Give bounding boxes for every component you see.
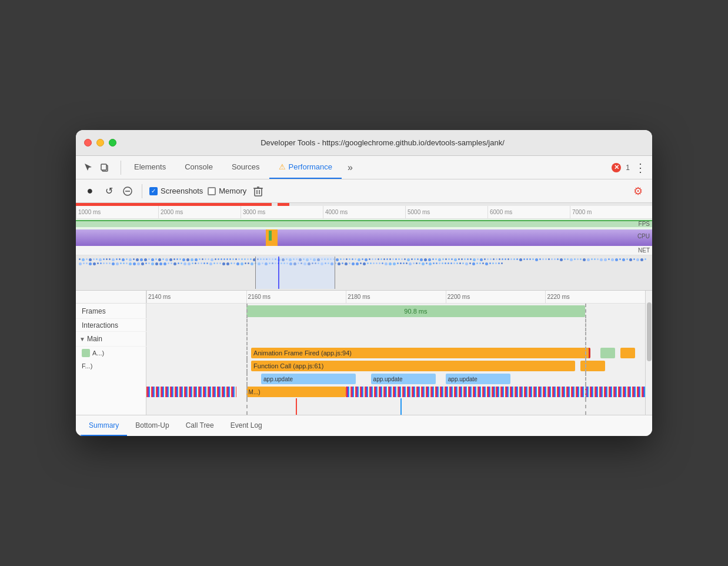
fps-bar: FPS [76, 219, 652, 229]
minimize-button[interactable] [96, 139, 104, 147]
tab-divider [121, 161, 121, 175]
tab-summary[interactable]: Summary [81, 415, 127, 436]
flame-row-vertical [76, 398, 645, 415]
flame-row-animation: A...) Animation Frame Fired (app.js:94) [76, 347, 645, 359]
frames-label: Frames [76, 304, 146, 318]
warning-icon: ⚠ [279, 162, 286, 171]
tab-bar-right: ✕ 1 ⋮ [612, 161, 646, 175]
main-scroll-area: 2140 ms 2160 ms 2180 ms 2200 ms 2220 ms … [76, 291, 652, 415]
green-block [82, 349, 90, 357]
flame-label-empty [76, 372, 146, 385]
flame-dashed-5 [246, 372, 248, 385]
tabs: Elements Console Sources ⚠ Performance » [125, 156, 612, 179]
mixed-bars-container: M...) [146, 387, 645, 397]
screenshot-strip[interactable] [76, 255, 652, 291]
cursor-icon[interactable] [82, 161, 95, 174]
flame-label-f: F...) [76, 359, 146, 372]
vertical-scrollbar[interactable] [645, 291, 652, 415]
more-menu-icon[interactable]: ⋮ [635, 161, 646, 175]
maximize-button[interactable] [109, 139, 116, 147]
flame-content-a: Animation Frame Fired (app.js:94) [146, 347, 645, 359]
overview-area: 1000 ms 2000 ms 3000 ms 4000 ms 5000 ms … [76, 203, 652, 291]
main-dashed-2 [585, 332, 586, 345]
tab-call-tree[interactable]: Call Tree [178, 415, 222, 436]
memory-checkbox[interactable] [208, 187, 216, 195]
tab-performance[interactable]: ⚠ Performance [269, 156, 342, 179]
devtools-content: 1000 ms 2000 ms 3000 ms 4000 ms 5000 ms … [76, 203, 652, 436]
flame-dashed-7 [246, 385, 248, 398]
settings-button[interactable]: ⚙ [631, 184, 645, 198]
frames-bar: 90.8 ms [246, 305, 586, 317]
frames-row: Frames 90.8 ms [76, 304, 645, 319]
error-icon: ✕ [612, 163, 621, 172]
flame-dashed-8 [585, 385, 586, 398]
net-bar: NET [76, 246, 652, 255]
svg-rect-1 [101, 164, 106, 170]
tab-bottom-up[interactable]: Bottom-Up [127, 415, 177, 436]
close-button[interactable] [84, 139, 92, 147]
tab-sources[interactable]: Sources [222, 156, 269, 179]
flame-dashed-2 [585, 347, 586, 359]
animation-frame-block[interactable]: Animation Frame Fired (app.js:94) [251, 348, 590, 358]
scrollbar-thumb[interactable] [647, 302, 652, 361]
flame-dashed-4 [585, 359, 586, 372]
function-call-block[interactable]: Function Call (app.js:61) [251, 361, 575, 371]
detail-tick-2180: 2180 ms [346, 291, 446, 303]
screenshots-checkbox[interactable]: ✓ [149, 187, 158, 195]
app-update-2[interactable]: app.update [371, 374, 436, 384]
tick-5000: 5000 ms [405, 206, 487, 218]
interactions-label: Interactions [76, 319, 146, 331]
collapse-triangle[interactable]: ▼ [79, 336, 85, 342]
reload-button[interactable]: ↺ [102, 184, 116, 198]
flame-row-appupdate: app.update app.update app.update [76, 372, 645, 385]
flame-label-mixed [76, 385, 146, 398]
dashed-line-4 [585, 319, 586, 331]
dashed-line-3 [246, 319, 248, 331]
tick-6000: 6000 ms [487, 206, 570, 218]
main-text: Main [87, 335, 102, 343]
title-bar: Developer Tools - https://googlechrome.g… [76, 130, 652, 156]
screenshots-toggle[interactable]: ✓ Screenshots [149, 187, 203, 195]
window-title: Developer Tools - https://googlechrome.g… [121, 138, 644, 147]
detail-ruler: 2140 ms 2160 ms 2180 ms 2200 ms 2220 ms [76, 291, 645, 304]
flame-content-f: Function Call (app.js:61) [146, 359, 645, 372]
main-content: 2140 ms 2160 ms 2180 ms 2200 ms 2220 ms … [76, 291, 645, 415]
interactions-content [146, 319, 645, 331]
flame-dashed-3 [246, 359, 248, 372]
fps-label: FPS [639, 221, 650, 227]
svg-rect-4 [255, 188, 262, 196]
app-update-3[interactable]: app.update [446, 374, 510, 384]
detail-tick-2160: 2160 ms [246, 291, 346, 303]
devtools-window: Developer Tools - https://googlechrome.g… [76, 130, 652, 436]
tab-more[interactable]: » [342, 162, 359, 173]
tick-3000: 3000 ms [241, 206, 323, 218]
selection-highlight [255, 257, 336, 289]
tab-event-log[interactable]: Event Log [222, 415, 271, 436]
flame-dashed-1 [246, 347, 248, 359]
task-line-2 [400, 398, 402, 415]
record-button[interactable]: ● [83, 184, 97, 198]
tab-elements[interactable]: Elements [125, 156, 175, 179]
toolbar: ● ↺ ✓ Screenshots Memory [76, 179, 652, 203]
dashed-line-2 [585, 304, 586, 318]
toolbar-divider [142, 184, 142, 198]
dots-area [78, 258, 650, 265]
tab-bar-icons [82, 161, 111, 174]
detail-tick-2140: 2140 ms [146, 291, 246, 303]
small-green-block [600, 348, 615, 358]
tab-console[interactable]: Console [175, 156, 222, 179]
time-ruler: 1000 ms 2000 ms 3000 ms 4000 ms 5000 ms … [76, 206, 652, 219]
error-count: 1 [626, 164, 630, 172]
clear-button[interactable] [121, 184, 135, 198]
detail-tick-2220: 2220 ms [545, 291, 645, 303]
trash-button[interactable] [251, 184, 265, 198]
app-update-1[interactable]: app.update [261, 374, 356, 384]
main-label: ▼ Main [76, 332, 146, 346]
cursor-line-overview [278, 257, 279, 289]
flame-dashed-10 [585, 398, 586, 415]
detail-tick-2200: 2200 ms [446, 291, 546, 303]
copy-icon[interactable] [98, 161, 111, 174]
memory-toggle[interactable]: Memory [208, 187, 246, 195]
frames-content: 90.8 ms [146, 304, 645, 318]
flame-dashed-6 [585, 372, 586, 385]
